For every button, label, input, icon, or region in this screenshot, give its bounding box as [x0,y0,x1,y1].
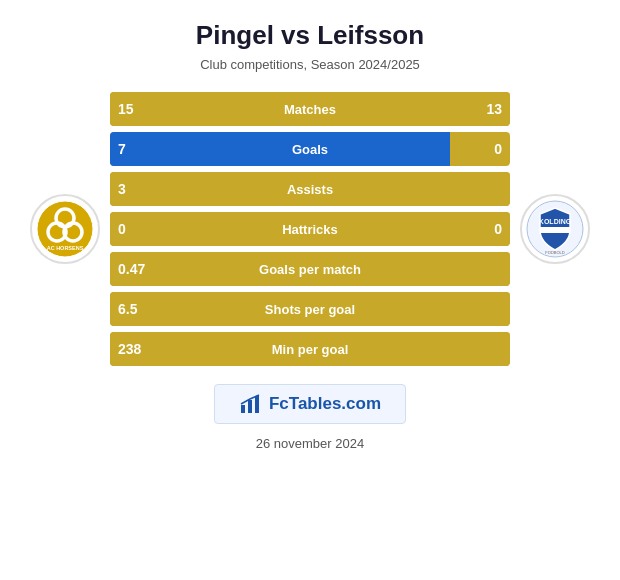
svg-rect-9 [241,405,245,413]
gpm-label: Goals per match [110,262,510,277]
page-subtitle: Club competitions, Season 2024/2025 [200,57,420,72]
stat-row-min-per-goal: 238 Min per goal [110,332,510,366]
svg-rect-10 [248,400,252,413]
stats-container: 15 Matches 13 7 Goals 0 3 Assists 0 Hatt… [110,92,510,366]
svg-text:IF: IF [553,239,559,245]
svg-rect-11 [255,396,259,413]
svg-text:FODBOLD: FODBOLD [545,250,564,255]
goals-right-value: 0 [494,141,502,157]
kolding-logo-svg: KOLDING IF FODBOLD [526,200,584,258]
horsens-logo-svg: AC HORSENS [36,200,94,258]
footer-date: 26 november 2024 [256,436,364,451]
hattricks-right-value: 0 [494,221,502,237]
matches-right-value: 13 [486,101,502,117]
goals-label: Goals [110,142,510,157]
stat-row-goals: 7 Goals 0 [110,132,510,166]
svg-text:KOLDING: KOLDING [539,218,572,225]
stat-row-goals-per-match: 0.47 Goals per match [110,252,510,286]
spg-label: Shots per goal [110,302,510,317]
svg-text:AC HORSENS: AC HORSENS [47,245,84,251]
page-title: Pingel vs Leifsson [196,20,424,51]
assists-label: Assists [110,182,510,197]
left-club-logo: AC HORSENS [20,194,110,264]
stat-row-hattricks: 0 Hattricks 0 [110,212,510,246]
horsens-logo-circle: AC HORSENS [30,194,100,264]
watermark-box: FcTables.com [214,384,406,424]
stat-row-matches: 15 Matches 13 [110,92,510,126]
hattricks-label: Hattricks [110,222,510,237]
kolding-logo-circle: KOLDING IF FODBOLD [520,194,590,264]
matches-label: Matches [110,102,510,117]
stat-row-shots-per-goal: 6.5 Shots per goal [110,292,510,326]
comparison-area: AC HORSENS 15 Matches 13 7 Goals 0 3 Ass… [10,92,610,366]
chart-icon [239,393,261,415]
mpg-label: Min per goal [110,342,510,357]
right-club-logo: KOLDING IF FODBOLD [510,194,600,264]
watermark-text: FcTables.com [269,394,381,414]
stat-row-assists: 3 Assists [110,172,510,206]
